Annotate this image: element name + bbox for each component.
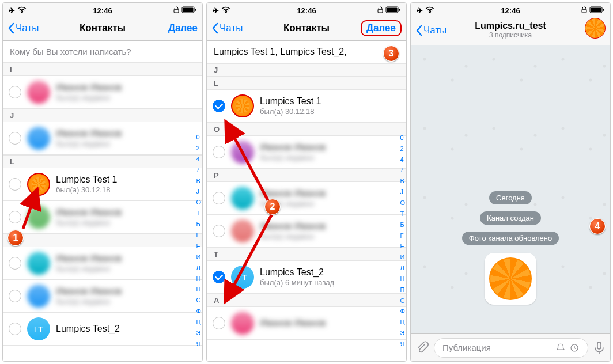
contact-status: был(а) недавно (56, 297, 122, 306)
index-letter[interactable]: Б (400, 222, 405, 228)
index-letter[interactable]: Ц (196, 319, 201, 325)
contact-status: был(а) 6 минут назад (260, 278, 334, 287)
index-letter[interactable]: Т (196, 210, 201, 217)
channel-photo-message[interactable] (485, 253, 536, 305)
channel-avatar[interactable] (585, 18, 606, 39)
index-letter[interactable]: Э (400, 330, 405, 336)
select-radio[interactable] (213, 100, 225, 112)
select-radio[interactable] (9, 132, 21, 145)
contact-status: был(а) 30.12.18 (260, 107, 321, 116)
contact-status: был(а) недавно (260, 153, 326, 162)
index-letter[interactable]: Ф (196, 308, 201, 314)
contact-row[interactable]: Иванов Ивановбыл(а) недавно (3, 247, 202, 280)
service-chip: Канал создан (480, 211, 541, 225)
index-letter[interactable]: П (400, 287, 405, 293)
schedule-icon[interactable] (569, 343, 580, 353)
select-radio[interactable] (9, 211, 21, 223)
contact-row[interactable]: Иванов Ивановбыл(а) недавно (3, 201, 202, 234)
select-radio[interactable] (213, 317, 225, 329)
index-letter[interactable]: Э (196, 330, 201, 336)
index-letter[interactable]: П (196, 286, 201, 293)
contact-row[interactable]: Иванов Ивановбыл(а) недавно (3, 76, 202, 109)
index-letter[interactable]: Л (400, 265, 405, 271)
index-letter[interactable]: Я (196, 341, 201, 347)
next-button[interactable]: Далее (361, 20, 402, 36)
contact-row[interactable]: Иванов Иванов (207, 307, 406, 340)
index-letter[interactable]: Т (400, 211, 405, 217)
select-radio[interactable] (213, 192, 225, 204)
index-letter[interactable]: С (196, 297, 201, 304)
select-radio[interactable] (9, 257, 21, 270)
index-letter[interactable]: И (196, 254, 201, 260)
contact-row[interactable]: Lumpics Test 1был(а) 30.12.18 (207, 90, 406, 123)
index-letter[interactable]: В (400, 178, 405, 184)
select-radio[interactable] (9, 86, 21, 98)
attach-icon[interactable] (415, 341, 429, 355)
index-letter[interactable]: Е (400, 243, 405, 249)
index-letter[interactable]: 7 (196, 167, 201, 173)
next-button[interactable]: Далее (168, 22, 198, 34)
index-letter[interactable]: Н (400, 276, 405, 282)
index-letter[interactable]: Ф (400, 308, 405, 314)
chat-area[interactable]: Сегодня Канал создан Фото канала обновле… (411, 46, 610, 333)
avatar (27, 173, 50, 196)
index-letter[interactable]: Е (196, 243, 201, 249)
service-messages: Сегодня Канал создан Фото канала обновле… (411, 189, 610, 247)
index-letter[interactable]: Я (400, 341, 405, 347)
index-letter[interactable]: J (400, 189, 405, 195)
index-letter[interactable]: Г (400, 233, 405, 239)
contact-row[interactable]: Lumpics Test 1был(а) 30.12.18 (3, 168, 202, 201)
contact-name: Иванов Иванов (56, 82, 122, 93)
index-letter[interactable]: Л (196, 265, 201, 271)
silent-icon[interactable] (555, 343, 566, 353)
selected-contacts[interactable]: Lumpics Test 1, Lumpics Test_2, (207, 41, 406, 63)
contact-name: Иванов Иванов (260, 221, 326, 232)
index-letter[interactable]: 7 (400, 167, 405, 173)
contact-name: Lumpics Test 1 (260, 96, 321, 107)
service-chip: Фото канала обновлено (462, 232, 559, 245)
select-radio[interactable] (9, 323, 21, 335)
index-letter[interactable]: 4 (196, 156, 201, 162)
status-time: 12:46 (411, 6, 610, 15)
index-bar[interactable]: 0247ВJОТБГЕИЛНПСФЦЭЯ (400, 132, 405, 350)
select-radio[interactable] (9, 178, 21, 191)
index-letter[interactable]: Ц (400, 319, 405, 325)
contact-row[interactable]: Иванов Ивановбыл(а) недавно (3, 280, 202, 313)
index-letter[interactable]: В (196, 178, 201, 184)
select-radio[interactable] (9, 290, 21, 302)
index-letter[interactable]: И (400, 254, 405, 260)
contact-row[interactable]: Иванов Ивановбыл(а) недавно (207, 136, 406, 169)
index-letter[interactable]: Г (196, 232, 201, 238)
index-letter[interactable]: С (400, 298, 405, 304)
contact-row[interactable]: LTLumpics Test_2 (3, 313, 202, 346)
index-letter[interactable]: 2 (196, 145, 201, 151)
index-bar[interactable]: 0247ВJОТБГЕИЛНПСФЦЭЯ (196, 132, 201, 350)
contact-name: Lumpics Test_2 (56, 323, 120, 335)
contact-name: Иванов Иванов (56, 207, 122, 218)
compose-input[interactable]: Публикация (434, 338, 588, 358)
contact-row[interactable]: Иванов Ивановбыл(а) недавно (207, 182, 406, 215)
channel-title[interactable]: Lumpics.ru_test (475, 21, 546, 31)
index-letter[interactable]: 0 (196, 134, 201, 141)
index-letter[interactable]: 0 (400, 135, 405, 141)
section-header: O (207, 123, 406, 136)
select-radio[interactable] (213, 225, 225, 237)
contacts-list[interactable]: 0247ВJОТБГЕИЛНПСФЦЭЯ IИванов Ивановбыл(а… (3, 63, 202, 361)
mic-icon[interactable] (593, 341, 606, 355)
contact-row[interactable]: Иванов Ивановбыл(а) недавно (3, 122, 202, 155)
select-radio[interactable] (213, 146, 225, 158)
nav-bar: Чаты Контакты Далее (207, 16, 406, 41)
index-letter[interactable]: Б (196, 221, 201, 227)
index-letter[interactable]: О (196, 199, 201, 206)
index-letter[interactable]: 4 (400, 157, 405, 163)
index-letter[interactable]: О (400, 200, 405, 206)
contact-row[interactable]: Иванов Ивановбыл(а) недавно (207, 215, 406, 248)
search-field[interactable]: Кому бы Вы хотели написать? (3, 41, 202, 63)
annotation-badge-4: 4 (589, 218, 606, 234)
index-letter[interactable]: 2 (400, 146, 405, 152)
index-letter[interactable]: J (196, 188, 201, 195)
select-radio[interactable] (213, 271, 225, 283)
contacts-list[interactable]: 0247ВJОТБГЕИЛНПСФЦЭЯ JLLumpics Test 1был… (207, 63, 406, 361)
contact-row[interactable]: LTLumpics Test_2был(а) 6 минут назад (207, 261, 406, 294)
index-letter[interactable]: Н (196, 276, 201, 282)
